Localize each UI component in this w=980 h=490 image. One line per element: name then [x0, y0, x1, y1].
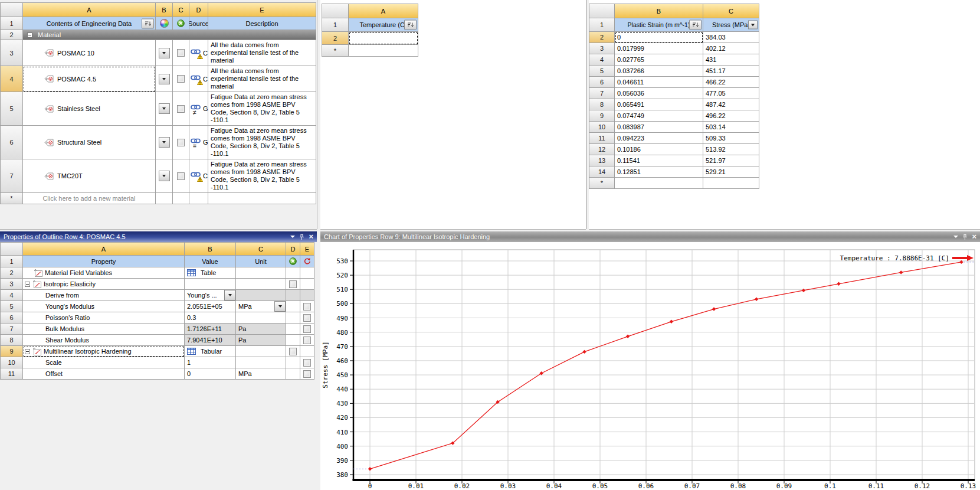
add-material-cell[interactable]: Click here to add a new material — [23, 193, 156, 204]
chart-close-button[interactable]: × — [972, 234, 976, 240]
flag-checkbox[interactable] — [303, 314, 311, 322]
stress-value-cell[interactable]: 402.12 — [703, 43, 759, 54]
material-source-cell[interactable]: C — [189, 40, 208, 66]
strain-value-cell[interactable] — [615, 178, 703, 189]
stress-value-cell[interactable]: 513.92 — [703, 144, 759, 155]
material-checkbox[interactable] — [177, 75, 185, 83]
material-dropdown-button[interactable] — [159, 103, 170, 114]
strain-value-cell[interactable]: 0.094223 — [615, 133, 703, 144]
property-unit-cell[interactable]: MPa — [236, 368, 286, 380]
property-unit-cell[interactable] — [236, 312, 286, 324]
material-name-cell[interactable]: Stainless Steel — [23, 92, 156, 126]
column-header-B[interactable]: B — [185, 243, 236, 256]
strain-value-cell[interactable]: 0.017999 — [615, 43, 703, 54]
property-unit-cell[interactable] — [236, 346, 286, 357]
suppress-checkbox[interactable] — [289, 348, 297, 355]
row-number[interactable]: 1 — [1, 256, 23, 267]
properties-menu-button[interactable] — [290, 236, 295, 238]
strain-value-cell[interactable]: 0.056036 — [615, 88, 703, 99]
property-name-cell[interactable]: Offset — [23, 368, 185, 380]
value-column-header[interactable]: Value — [185, 256, 236, 267]
property-value-cell[interactable]: 1.7126E+11 — [185, 324, 236, 335]
column-header-E[interactable]: E — [208, 3, 316, 17]
property-name-cell[interactable]: Young's Modulus — [23, 301, 185, 312]
material-group-row[interactable]: Material — [23, 30, 316, 40]
property-name-cell[interactable]: Shear Modulus — [23, 335, 185, 346]
row-number[interactable]: 2 — [1, 30, 23, 40]
material-dropdown-button[interactable] — [159, 48, 170, 58]
color-column-header[interactable] — [156, 17, 173, 30]
description-column-header[interactable]: Description — [208, 17, 316, 30]
properties-close-button[interactable]: × — [309, 234, 313, 240]
material-description-cell[interactable]: All the data comes from experimental ten… — [208, 40, 316, 66]
flag-checkbox[interactable] — [303, 303, 311, 311]
row-number[interactable]: 9 — [589, 110, 615, 122]
stress-value-cell[interactable]: 529.21 — [703, 166, 759, 178]
column-header-C[interactable]: C — [703, 4, 759, 18]
row-number[interactable]: 5 — [1, 301, 23, 312]
collapse-icon[interactable] — [27, 32, 32, 38]
stress-value-cell[interactable]: 503.14 — [703, 122, 759, 133]
column-header-D[interactable]: D — [189, 3, 208, 17]
source-column-header[interactable]: Source — [189, 17, 208, 30]
material-dropdown-button[interactable] — [159, 137, 170, 148]
row-number[interactable]: 8 — [589, 99, 615, 110]
stress-value-cell[interactable]: 384.03 — [703, 32, 759, 43]
chart-titlebar[interactable]: Chart of Properties Row 9: Multilinear I… — [320, 231, 980, 242]
corner-cell[interactable] — [322, 4, 349, 18]
row-number[interactable]: 10 — [1, 357, 23, 368]
property-name-cell[interactable]: Derive from — [23, 290, 185, 301]
row-number[interactable]: 6 — [1, 126, 23, 159]
property-value-cell[interactable] — [185, 279, 236, 290]
column-header-A[interactable]: A — [23, 3, 156, 17]
row-number[interactable]: 7 — [1, 324, 23, 335]
strain-value-cell[interactable]: 0.11541 — [615, 155, 703, 166]
row-number[interactable]: * — [322, 45, 349, 57]
stress-value-cell[interactable]: 451.17 — [703, 66, 759, 77]
row-number[interactable]: 2 — [589, 32, 615, 43]
row-number[interactable]: 6 — [1, 312, 23, 324]
stress-value-cell[interactable]: 487.42 — [703, 99, 759, 110]
property-value-cell[interactable]: 0 — [185, 368, 236, 380]
row-number[interactable]: 2 — [1, 267, 23, 279]
material-checkbox[interactable] — [177, 172, 185, 180]
flag-checkbox[interactable] — [303, 337, 311, 344]
material-checkbox[interactable] — [177, 49, 185, 57]
material-name-cell[interactable]: POSMAC 4.5 — [23, 66, 156, 92]
strain-value-cell[interactable]: 0.037266 — [615, 66, 703, 77]
material-description-cell[interactable]: Fatigue Data at zero mean stress comes f… — [208, 159, 316, 193]
strain-value-cell[interactable]: 0.083987 — [615, 122, 703, 133]
column-header-D[interactable]: D — [286, 243, 300, 256]
material-name-cell[interactable]: Structural Steel — [23, 126, 156, 159]
property-unit-cell[interactable]: MPa — [236, 301, 286, 312]
chart-menu-button[interactable] — [953, 236, 958, 238]
property-unit-cell[interactable] — [236, 357, 286, 368]
flag-checkbox[interactable] — [303, 359, 311, 367]
temperature-value-cell[interactable] — [349, 45, 418, 57]
row-number[interactable]: 3 — [1, 40, 23, 66]
material-source-cell[interactable]: C — [189, 66, 208, 92]
row-number[interactable]: * — [589, 178, 615, 189]
row-number[interactable]: 1 — [589, 18, 615, 32]
row-number[interactable]: 13 — [589, 155, 615, 166]
property-name-cell[interactable]: Isotropic Elasticity — [23, 279, 185, 290]
material-source-cell[interactable]: ≠G — [189, 92, 208, 126]
row-number[interactable]: * — [1, 193, 23, 204]
property-name-cell[interactable]: Multilinear Isotropic Hardening — [23, 346, 185, 357]
column-header-C[interactable]: C — [173, 3, 189, 17]
property-name-cell[interactable]: Bulk Modulus — [23, 324, 185, 335]
filter-dropdown-button[interactable] — [748, 21, 758, 30]
collapse-icon[interactable] — [25, 282, 30, 287]
sort-button[interactable] — [142, 18, 154, 28]
strain-value-cell[interactable]: 0.074749 — [615, 110, 703, 122]
property-unit-cell[interactable]: Pa — [236, 335, 286, 346]
corner-cell[interactable] — [589, 4, 615, 18]
contents-header-cell[interactable]: Contents of Engineering Data — [23, 17, 156, 30]
stress-value-cell[interactable] — [703, 178, 759, 189]
property-unit-cell[interactable]: Pa — [236, 324, 286, 335]
row-number[interactable]: 7 — [589, 88, 615, 99]
property-value-cell[interactable]: 2.0551E+05 — [185, 301, 236, 312]
material-dropdown-button[interactable] — [159, 74, 170, 84]
value-dropdown-button[interactable] — [224, 290, 235, 300]
row-number[interactable]: 10 — [589, 122, 615, 133]
